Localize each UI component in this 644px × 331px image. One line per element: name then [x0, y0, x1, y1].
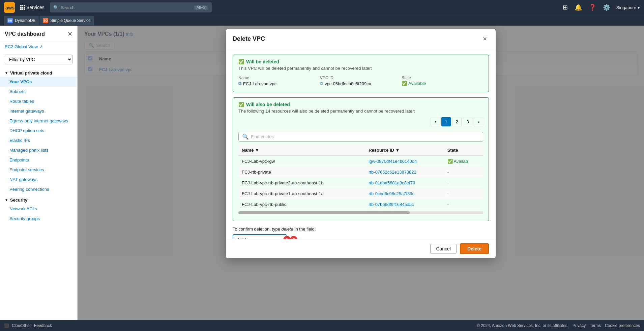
row-resource-id-1: rtb-07652c62e13873822 — [365, 167, 444, 178]
confirm-delete-input[interactable] — [233, 234, 287, 239]
cookie-preferences-link[interactable]: Cookie preferences — [605, 323, 640, 328]
col-resource-id-header[interactable]: Resource ID ▼ — [365, 145, 444, 156]
sidebar-item-your-vpcs[interactable]: Your VPCs — [0, 77, 77, 87]
state-dash: - — [447, 170, 449, 175]
sqs-icon: SQ — [43, 18, 48, 23]
sidebar-item-subnets-label: Subnets — [9, 89, 26, 94]
copyright-text: © 2024, Amazon Web Services, Inc. or its… — [477, 323, 568, 328]
row-resource-id-3: rtb-0cbd6c98c25a7f39c — [365, 188, 444, 199]
ec2-global-view-link[interactable]: EC2 Global View ↗ — [0, 41, 77, 52]
vpc-id-label: VPC ID — [320, 76, 402, 80]
state-dash: - — [447, 180, 449, 185]
sidebar-item-managed-prefix-lists-label: Managed prefix lists — [9, 148, 49, 153]
svg-rect-3 — [22, 5, 23, 6]
sidebar-item-network-acls[interactable]: Network ACLs — [0, 204, 77, 214]
sidebar-item-nat-gateways[interactable]: NAT gateways — [0, 175, 77, 184]
col-name-header[interactable]: Name ▼ — [238, 145, 365, 156]
will-also-be-deleted-subtitle: The following 14 resources will also be … — [238, 109, 483, 114]
find-entries-search-icon: 🔍 — [242, 133, 249, 140]
privacy-link[interactable]: Privacy — [573, 323, 586, 328]
sidebar-item-internet-gateways[interactable]: Internet gateways — [0, 106, 77, 116]
sidebar-item-nat-gateways-label: NAT gateways — [9, 177, 37, 182]
row-state-4: - — [444, 199, 483, 210]
tab-dynamodb[interactable]: DB DynamoDB — [4, 16, 39, 25]
sidebar-close-button[interactable]: ✕ — [67, 30, 72, 38]
pagination-next-button[interactable]: › — [474, 117, 483, 126]
resource-id-link-2[interactable]: rtb-01dba5681a9c8ef70 — [369, 180, 415, 185]
copy-name-icon[interactable]: ⧉ — [238, 81, 241, 86]
sidebar-item-endpoints[interactable]: Endpoints — [0, 155, 77, 165]
resource-id-link-4[interactable]: rtb-07b66df9f1684ad5c — [369, 202, 414, 207]
find-entries-input[interactable] — [251, 134, 479, 139]
state-dash: - — [447, 202, 449, 207]
tab-sqs[interactable]: SQ Simple Queue Service — [39, 16, 94, 25]
modal-close-button[interactable]: × — [481, 34, 489, 43]
row-name-1: FCJ-rtb-private — [238, 167, 365, 178]
pagination-page-3-button[interactable]: 3 — [463, 117, 472, 126]
sidebar-title: VPC dashboard — [5, 31, 45, 37]
delete-button[interactable]: Delete — [460, 243, 489, 254]
will-be-deleted-title: ✅ Will be deleted — [238, 59, 483, 64]
resources-table-container: Name ▼ Resource ID ▼ State — [238, 145, 483, 217]
filter-vpc-wrapper: Filter by VPC — [5, 55, 72, 64]
help-icon-button[interactable]: ❓ — [588, 3, 597, 12]
sidebar-item-security-groups[interactable]: Security groups — [0, 214, 77, 223]
sidebar-item-security-groups-label: Security groups — [9, 216, 40, 221]
bell-icon-button[interactable]: 🔔 — [574, 3, 583, 12]
table-pagination: ‹ 1 2 3 › — [431, 117, 483, 126]
tab-dynamodb-label: DynamoDB — [15, 18, 35, 23]
ec2-global-view-label: EC2 Global View ↗ — [5, 44, 43, 49]
region-button[interactable]: Singapore ▾ — [616, 5, 640, 10]
aws-logo: aws — [4, 2, 15, 13]
sidebar-item-subnets[interactable]: Subnets — [0, 87, 77, 96]
feedback-link[interactable]: Feedback — [34, 323, 52, 328]
sidebar-section-security[interactable]: ▼ Security — [0, 194, 77, 204]
sidebar-item-peering-connections[interactable]: Peering connections — [0, 184, 77, 194]
sidebar-item-elastic-ips[interactable]: Elastic IPs — [0, 136, 77, 145]
resource-id-link-0[interactable]: igw-0870df41e4b0140d4 — [369, 159, 417, 164]
sidebar-item-endpoint-services-label: Endpoint services — [9, 167, 44, 172]
sidebar-item-route-tables[interactable]: Route tables — [0, 96, 77, 106]
resource-id-link-3[interactable]: rtb-0cbd6c98c25a7f39c — [369, 191, 414, 196]
pagination-page-2-button[interactable]: 2 — [452, 117, 462, 126]
filter-vpc-select[interactable]: Filter by VPC — [5, 55, 72, 64]
sidebar-item-managed-prefix-lists[interactable]: Managed prefix lists — [0, 145, 77, 155]
pagination-prev-button[interactable]: ‹ — [431, 117, 440, 126]
tab-sqs-label: Simple Queue Service — [50, 18, 90, 23]
state-dash: - — [447, 191, 449, 196]
sidebar-item-route-tables-label: Route tables — [9, 99, 34, 104]
confirm-input-row: 1 2 — [233, 234, 489, 239]
sidebar-item-endpoint-services[interactable]: Endpoint services — [0, 165, 77, 175]
services-button[interactable]: Services — [18, 3, 47, 11]
vpc-name-label: Name — [238, 76, 320, 80]
cloudshell-link[interactable]: CloudShell — [12, 323, 31, 328]
settings-icon-button[interactable]: ⚙️ — [602, 3, 611, 12]
sidebar-item-egress-only-internet-gateways[interactable]: Egress-only internet gateways — [0, 116, 77, 126]
table-row: FCJ-Lab-vpc-rtb-publicrtb-07b66df9f1684a… — [238, 199, 483, 210]
row-resource-id-4: rtb-07b66df9f1684ad5c — [365, 199, 444, 210]
table-horizontal-scrollbar[interactable] — [238, 211, 483, 214]
terms-link[interactable]: Terms — [590, 323, 601, 328]
step-1-badge: 1 — [283, 236, 291, 239]
table-row: FCJ-Lab-vpc-rtb-private1-ap-southeast-1a… — [238, 188, 483, 199]
vpc-state-label: State — [402, 76, 483, 80]
cancel-button[interactable]: Cancel — [430, 244, 457, 254]
row-name-2: FCJ-Lab-vpc-rtb-private2-ap-southeast-1b — [238, 178, 365, 188]
sidebar-item-egress-only-internet-gateways-label: Egress-only internet gateways — [9, 118, 68, 123]
sidebar-section-virtual-private-cloud[interactable]: ▼ Virtual private cloud — [0, 67, 77, 77]
vpc-state-value: ✅ Available — [402, 81, 483, 86]
step-2-badge: 2 — [290, 236, 297, 239]
terminal-icon-button[interactable]: ⊞ — [562, 3, 568, 12]
services-bar: DB DynamoDB SQ Simple Queue Service — [0, 15, 644, 26]
copy-vpc-id-icon[interactable]: ⧉ — [320, 81, 323, 86]
confirm-input-wrapper: 1 — [233, 234, 287, 239]
sidebar-item-dhcp-option-sets[interactable]: DHCP option sets — [0, 126, 77, 136]
bottom-bar: ⬛ CloudShell Feedback © 2024, Amazon Web… — [0, 320, 644, 331]
search-input[interactable] — [61, 5, 192, 10]
will-be-deleted-banner: ✅ Will be deleted This VPC will be delet… — [233, 55, 489, 92]
pagination-page-1-button[interactable]: 1 — [441, 117, 451, 126]
svg-rect-7 — [24, 7, 25, 8]
resource-id-link-1[interactable]: rtb-07652c62e13873822 — [369, 170, 416, 175]
resources-table: Name ▼ Resource ID ▼ State — [238, 145, 483, 210]
top-nav: aws Services 🔍 [Alt+S] ⊞ 🔔 ❓ ⚙️ Singapor… — [0, 0, 644, 15]
